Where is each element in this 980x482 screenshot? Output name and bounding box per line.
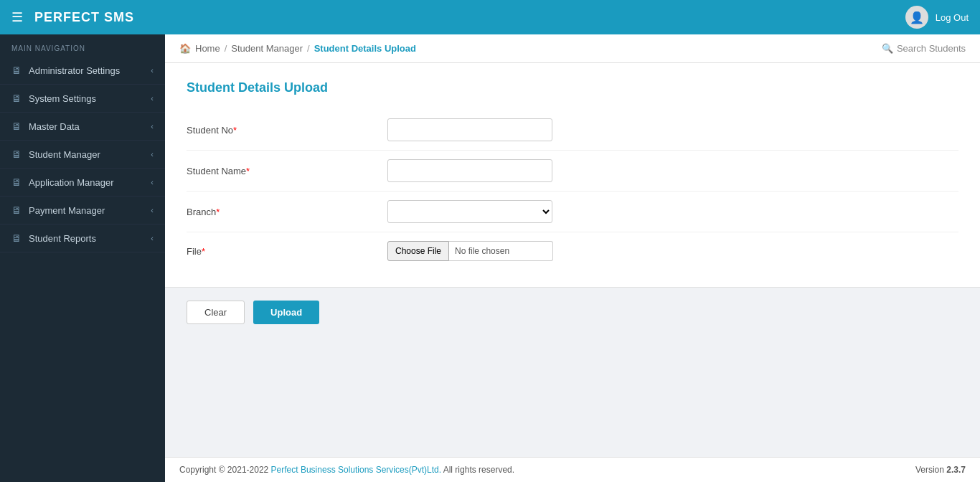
footer: Copyright © 2021-2022 Perfect Business S… bbox=[165, 457, 980, 482]
sidebar-item-admin-settings[interactable]: 🖥 Administrator Settings ‹ bbox=[0, 57, 165, 85]
file-no-chosen-text: No file chosen bbox=[449, 241, 553, 261]
breadcrumb-bar: 🏠 Home / Student Manager / Student Detai… bbox=[165, 34, 980, 63]
student-no-required: * bbox=[233, 125, 237, 136]
footer-copyright-text: Copyright © 2021-2022 bbox=[179, 465, 271, 475]
footer-version-number: 2.3.7 bbox=[946, 465, 966, 475]
search-icon: 🔍 bbox=[882, 43, 893, 54]
file-label: File* bbox=[187, 246, 387, 257]
payment-manager-chevron: ‹ bbox=[151, 206, 154, 214]
logout-button[interactable]: Log Out bbox=[936, 12, 969, 23]
application-manager-icon: 🖥 bbox=[11, 176, 22, 188]
sidebar-item-application-manager-label: Application Manager bbox=[29, 177, 114, 188]
layout: MAIN NAVIGATION 🖥 Administrator Settings… bbox=[0, 34, 980, 482]
sidebar-item-student-reports-left: 🖥 Student Reports bbox=[11, 232, 96, 244]
sidebar-item-student-reports[interactable]: 🖥 Student Reports ‹ bbox=[0, 225, 165, 252]
breadcrumb: 🏠 Home / Student Manager / Student Detai… bbox=[179, 43, 416, 54]
sidebar-item-master-data-label: Master Data bbox=[29, 121, 80, 132]
student-name-label: Student Name* bbox=[187, 166, 387, 176]
sidebar-item-payment-manager-label: Payment Manager bbox=[29, 205, 105, 216]
file-required: * bbox=[202, 246, 205, 257]
footer-copyright: Copyright © 2021-2022 Perfect Business S… bbox=[179, 465, 514, 475]
admin-settings-chevron: ‹ bbox=[151, 66, 154, 75]
student-no-label: Student No* bbox=[187, 125, 387, 136]
sidebar-item-payment-manager-left: 🖥 Payment Manager bbox=[11, 204, 105, 216]
breadcrumb-sep-1: / bbox=[225, 43, 227, 54]
search-students[interactable]: 🔍 Search Students bbox=[882, 43, 966, 54]
student-manager-chevron: ‹ bbox=[151, 150, 154, 159]
clear-button[interactable]: Clear bbox=[187, 301, 245, 324]
breadcrumb-parent-link[interactable]: Student Manager bbox=[231, 43, 303, 54]
home-icon: 🏠 bbox=[179, 43, 191, 54]
sidebar-item-master-data-left: 🖥 Master Data bbox=[11, 120, 80, 132]
sidebar-item-master-data[interactable]: 🖥 Master Data ‹ bbox=[0, 113, 165, 141]
branch-label: Branch* bbox=[187, 207, 387, 217]
content-area: Student Details Upload Student No* Stude… bbox=[165, 63, 980, 457]
student-no-input[interactable] bbox=[387, 118, 552, 141]
sidebar-item-system-settings-label: System Settings bbox=[29, 93, 96, 104]
sidebar-item-student-manager-left: 🖥 Student Manager bbox=[11, 148, 100, 160]
sidebar-item-system-settings[interactable]: 🖥 System Settings ‹ bbox=[0, 85, 165, 113]
form-title: Student Details Upload bbox=[187, 80, 958, 95]
system-settings-icon: 🖥 bbox=[11, 93, 22, 104]
branch-row: Branch* bbox=[187, 192, 958, 232]
menu-icon[interactable]: ☰ bbox=[11, 9, 23, 25]
application-manager-chevron: ‹ bbox=[151, 178, 154, 186]
sidebar-item-payment-manager[interactable]: 🖥 Payment Manager ‹ bbox=[0, 197, 165, 225]
topbar: ☰ PERFECT SMS 👤 Log Out bbox=[0, 0, 980, 34]
payment-manager-icon: 🖥 bbox=[11, 204, 22, 216]
file-input-wrapper: Choose File No file chosen bbox=[387, 241, 553, 261]
breadcrumb-sep-2: / bbox=[307, 43, 310, 54]
search-students-label: Search Students bbox=[897, 43, 966, 54]
student-manager-icon: 🖥 bbox=[11, 148, 22, 160]
avatar: 👤 bbox=[905, 6, 928, 29]
sidebar-item-application-manager-left: 🖥 Application Manager bbox=[11, 176, 114, 188]
system-settings-chevron: ‹ bbox=[151, 94, 154, 103]
sidebar-item-system-settings-left: 🖥 System Settings bbox=[11, 93, 96, 104]
branch-required: * bbox=[216, 207, 220, 217]
choose-file-button[interactable]: Choose File bbox=[387, 241, 449, 261]
sidebar-item-student-reports-label: Student Reports bbox=[29, 233, 96, 244]
breadcrumb-home-link[interactable]: Home bbox=[195, 43, 220, 54]
master-data-chevron: ‹ bbox=[151, 122, 154, 131]
sidebar-item-admin-settings-label: Administrator Settings bbox=[29, 65, 120, 76]
student-reports-chevron: ‹ bbox=[151, 234, 154, 242]
branch-select[interactable] bbox=[387, 200, 552, 223]
topbar-right: 👤 Log Out bbox=[905, 6, 969, 29]
sidebar: MAIN NAVIGATION 🖥 Administrator Settings… bbox=[0, 34, 165, 482]
student-no-row: Student No* bbox=[187, 110, 958, 151]
sidebar-section-label: MAIN NAVIGATION bbox=[0, 34, 165, 57]
file-row: File* Choose File No file chosen bbox=[187, 232, 958, 270]
form-card: Student Details Upload Student No* Stude… bbox=[165, 63, 980, 288]
student-name-required: * bbox=[246, 166, 250, 176]
sidebar-item-admin-settings-left: 🖥 Administrator Settings bbox=[11, 65, 120, 76]
admin-settings-icon: 🖥 bbox=[11, 65, 22, 76]
footer-version-label: Version bbox=[915, 465, 944, 475]
sidebar-item-student-manager[interactable]: 🖥 Student Manager ‹ bbox=[0, 141, 165, 169]
master-data-icon: 🖥 bbox=[11, 120, 22, 132]
action-bar: Clear Upload bbox=[165, 288, 980, 337]
sidebar-item-student-manager-label: Student Manager bbox=[29, 149, 100, 160]
breadcrumb-current: Student Details Upload bbox=[314, 43, 416, 54]
student-reports-icon: 🖥 bbox=[11, 232, 22, 244]
footer-brand-link[interactable]: Perfect Business Solutions Services(Pvt)… bbox=[271, 465, 441, 475]
footer-rights: All rights reserved. bbox=[441, 465, 514, 475]
brand-title: PERFECT SMS bbox=[34, 10, 134, 25]
student-name-row: Student Name* bbox=[187, 151, 958, 192]
upload-button[interactable]: Upload bbox=[253, 301, 319, 324]
sidebar-item-application-manager[interactable]: 🖥 Application Manager ‹ bbox=[0, 169, 165, 197]
footer-version: Version 2.3.7 bbox=[915, 465, 966, 475]
student-name-input[interactable] bbox=[387, 159, 552, 182]
topbar-left: ☰ PERFECT SMS bbox=[11, 9, 134, 25]
main: 🏠 Home / Student Manager / Student Detai… bbox=[165, 34, 980, 482]
